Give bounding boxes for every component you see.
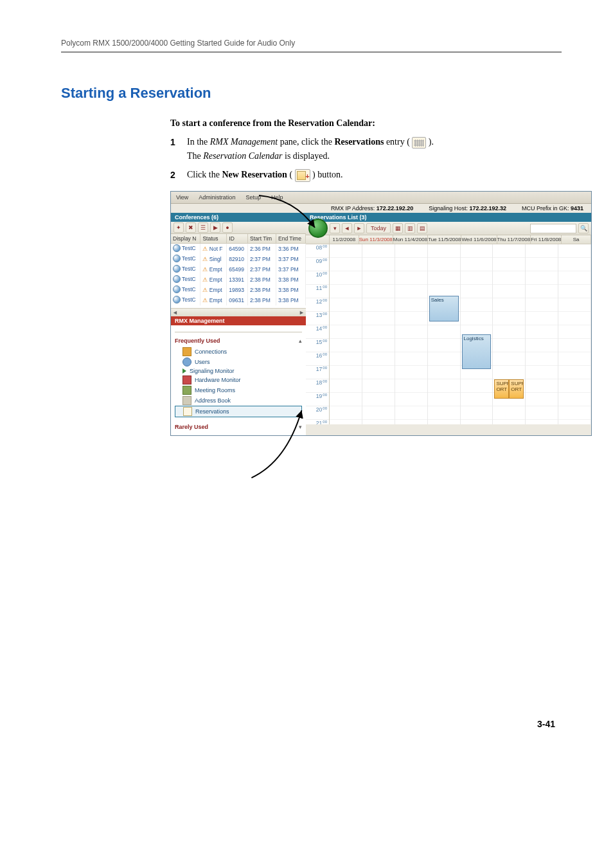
new-conference-icon[interactable]: ✦ bbox=[173, 222, 184, 233]
running-header: Polycom RMX 1500/2000/4000 Getting Start… bbox=[61, 39, 562, 48]
menu-help[interactable]: Help bbox=[266, 194, 289, 201]
menu-setup[interactable]: Setup bbox=[240, 194, 266, 201]
calendar-day-header[interactable]: Fri 11/8/2008 bbox=[531, 235, 562, 244]
sidebar-item-address-book[interactable]: Address Book bbox=[175, 395, 302, 406]
app-screenshot: ViewAdministrationSetupHelp RMX IP Addre… bbox=[170, 191, 592, 436]
week-view-icon[interactable]: ▥ bbox=[405, 223, 415, 233]
calendar-hour-label: 1100 bbox=[306, 285, 329, 298]
sidebar-item-signaling-monitor[interactable]: Signaling Monitor bbox=[175, 367, 302, 375]
status-segment: MCU Prefix in GK: 9431 bbox=[514, 204, 591, 213]
calendar-event[interactable]: SUPP ORT bbox=[509, 379, 524, 399]
delete-icon[interactable]: ✖ bbox=[186, 222, 196, 233]
procedure-intro: To start a conference from the Reservati… bbox=[170, 118, 562, 129]
reservations-search-input[interactable] bbox=[530, 224, 576, 233]
sig-icon bbox=[182, 368, 186, 374]
calendar-day-column[interactable]: SUPP ORTSUPP ORT bbox=[493, 244, 526, 424]
next-icon[interactable]: ► bbox=[354, 223, 364, 233]
column-header[interactable]: End Time bbox=[276, 234, 306, 244]
rmx-management-title: RMX Management bbox=[171, 316, 306, 325]
calendar-day-column[interactable] bbox=[330, 244, 362, 424]
menubar[interactable]: ViewAdministrationSetupHelp bbox=[171, 192, 591, 204]
calendar-event[interactable]: Logistics bbox=[462, 334, 492, 369]
menu-view[interactable]: View bbox=[171, 194, 193, 201]
column-header[interactable]: Start Tim bbox=[248, 234, 276, 244]
calendar-day-header[interactable]: Mon 11/4/2008 bbox=[393, 235, 428, 244]
calendar-day-column[interactable]: Sales bbox=[428, 244, 461, 424]
today-button[interactable]: Today bbox=[366, 223, 391, 233]
status-segment: RMX IP Address: 172.22.192.20 bbox=[323, 204, 421, 213]
reservations-panel-title: Reservations List (3) bbox=[306, 213, 591, 222]
calendar-event[interactable]: SUPP ORT bbox=[494, 379, 509, 399]
rarely-used-label: Rarely Used▾ bbox=[175, 424, 302, 430]
conferences-panel-title: Conferences (6) bbox=[171, 213, 306, 222]
calendar-day-header[interactable]: Tue 11/5/2008 bbox=[428, 235, 461, 244]
search-icon[interactable]: 🔍 bbox=[578, 223, 589, 233]
table-row[interactable]: TestC⚠ Empt654992:37 PM3:37 PM bbox=[171, 264, 306, 275]
conn-icon bbox=[182, 347, 191, 356]
calendar-day-header[interactable]: 11/2/2008 bbox=[330, 235, 359, 244]
status-segment: Signaling Host: 172.22.192.32 bbox=[421, 204, 514, 213]
column-header[interactable]: ID bbox=[227, 234, 248, 244]
conferences-toolbar[interactable]: ✦ ✖ ☰ ▶ ● bbox=[171, 222, 306, 234]
calendar-hour-label: 1800 bbox=[306, 379, 329, 393]
rmx-management-panel: RMX Management Frequently Used▴ Connecti… bbox=[171, 316, 306, 435]
play-icon[interactable]: ▶ bbox=[210, 222, 220, 233]
calendar-day-headers: 11/2/2008Sun 11/3/2008Mon 11/4/2008Tue 1… bbox=[306, 235, 591, 244]
prev-icon[interactable]: ◄ bbox=[342, 223, 352, 233]
table-row[interactable]: TestC⚠ Not F645902:36 PM3:36 PM bbox=[171, 244, 306, 255]
record-icon[interactable]: ● bbox=[222, 222, 233, 233]
sidebar-item-hardware-monitor[interactable]: Hardware Monitor bbox=[175, 375, 302, 385]
calendar-event[interactable]: Sales bbox=[429, 296, 459, 321]
reservations-toolbar[interactable]: ▾ ◄ ► Today ▦ ▥ ▤ 🔍 bbox=[306, 222, 591, 235]
sidebar-item-label: Hardware Monitor bbox=[195, 377, 241, 383]
horizontal-scrollbar[interactable]: ◄► bbox=[171, 308, 306, 316]
sidebar-item-users[interactable]: Users bbox=[175, 357, 302, 367]
calendar-day-column[interactable] bbox=[558, 244, 591, 424]
table-row[interactable]: TestC⚠ Empt198932:38 PM3:38 PM bbox=[171, 285, 306, 295]
calendar-hour-label: 1600 bbox=[306, 352, 329, 366]
calendar-body[interactable]: 0800090010001100120013001400150016001700… bbox=[306, 244, 591, 424]
calendar-day-column[interactable] bbox=[362, 244, 395, 424]
calendar-hour-label: 0900 bbox=[306, 258, 329, 271]
calendar-day-header[interactable]: Wed 11/6/2008 bbox=[461, 235, 497, 244]
sidebar-item-label: Signaling Monitor bbox=[190, 368, 235, 374]
calendar-hour-label: 2100 bbox=[306, 420, 329, 424]
calendar-hour-label: 2000 bbox=[306, 406, 329, 420]
month-view-icon[interactable]: ▤ bbox=[417, 223, 427, 233]
res-icon bbox=[183, 407, 192, 416]
calendar-day-header[interactable]: Thu 11/7/2008 bbox=[497, 235, 531, 244]
table-row[interactable]: TestC⚠ Singl829102:37 PM3:37 PM bbox=[171, 254, 306, 264]
step-number: 2 bbox=[170, 168, 187, 182]
conferences-table[interactable]: Display NStatusIDStart TimEnd Time TestC… bbox=[171, 234, 306, 305]
menu-administration[interactable]: Administration bbox=[193, 194, 240, 201]
filter-icon[interactable]: ☰ bbox=[198, 222, 208, 233]
calendar-day-column[interactable] bbox=[395, 244, 428, 424]
column-header[interactable]: Status bbox=[200, 234, 227, 244]
calendar-hour-label: 1300 bbox=[306, 312, 329, 325]
calendar-hour-label: 0800 bbox=[306, 244, 329, 258]
calendar-day-header[interactable]: Sun 11/3/2008 bbox=[359, 235, 393, 244]
step-body: Click the New Reservation ( ) button. bbox=[187, 168, 562, 182]
calendar-hour-label: 1000 bbox=[306, 271, 329, 285]
sidebar-item-label: Address Book bbox=[195, 397, 231, 404]
calendar-day-column[interactable]: Logistics bbox=[461, 244, 493, 424]
dropdown-icon[interactable]: ▾ bbox=[330, 223, 340, 233]
day-view-icon[interactable]: ▦ bbox=[393, 223, 403, 233]
calendar-day-header[interactable]: Sa bbox=[562, 235, 591, 244]
sidebar-item-label: Connections bbox=[195, 348, 227, 355]
sidebar-item-label: Users bbox=[195, 359, 210, 365]
calendar-hour-label: 1200 bbox=[306, 298, 329, 312]
sidebar-item-reservations[interactable]: Reservations bbox=[175, 406, 302, 417]
column-header[interactable]: Display N bbox=[171, 234, 200, 244]
sidebar-item-connections[interactable]: Connections bbox=[175, 347, 302, 357]
new-reservation-button[interactable] bbox=[308, 219, 328, 238]
sidebar-item-meeting-rooms[interactable]: Meeting Rooms bbox=[175, 385, 302, 395]
calendar-hour-label: 1900 bbox=[306, 393, 329, 406]
table-row[interactable]: TestC⚠ Empt133912:38 PM3:38 PM bbox=[171, 275, 306, 285]
calendar-day-column[interactable] bbox=[526, 244, 558, 424]
step-number: 1 bbox=[170, 135, 187, 149]
table-row[interactable]: TestC⚠ Empt096312:38 PM3:38 PM bbox=[171, 295, 306, 305]
calendar-hour-label: 1700 bbox=[306, 366, 329, 379]
page-number: 3-41 bbox=[61, 719, 555, 729]
conferences-table-wrap: Display NStatusIDStart TimEnd Time TestC… bbox=[171, 234, 306, 316]
